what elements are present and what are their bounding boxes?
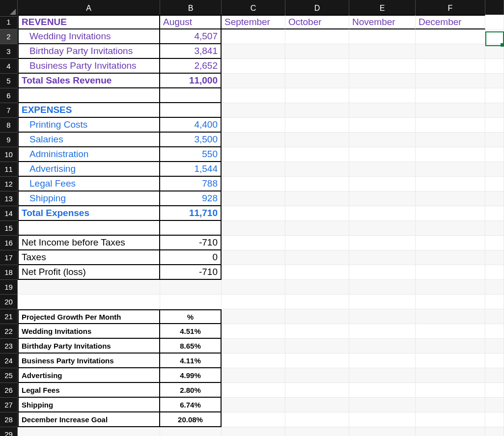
cell-D19[interactable] [285,280,349,295]
cell-G17[interactable] [485,250,504,265]
cell-B29[interactable] [160,427,222,436]
cell-F25[interactable] [416,368,485,383]
cell-C8[interactable] [222,118,285,133]
cell-E13[interactable] [349,191,416,206]
cell-C21[interactable] [222,309,285,324]
row-header-5[interactable]: 5 [0,74,18,88]
cell-B11[interactable]: 1,544 [160,162,222,177]
cell-A18[interactable]: Net Profit (loss) [18,265,160,280]
row-header-7[interactable]: 7 [0,103,18,118]
cell-C28[interactable] [222,412,285,427]
cell-C27[interactable] [222,398,285,412]
cell-A9[interactable]: Salaries [18,133,160,147]
cell-C16[interactable] [222,236,285,250]
cell-E22[interactable] [349,324,416,339]
row-header-22[interactable]: 22 [0,324,18,339]
cell-F7[interactable] [416,103,485,118]
cell-G11[interactable] [485,162,504,177]
cell-F1[interactable]: December [416,15,485,29]
cell-G29[interactable] [485,427,504,436]
cell-C14[interactable] [222,206,285,221]
row-header-8[interactable]: 8 [0,118,18,133]
cell-D22[interactable] [285,324,349,339]
cell-C3[interactable] [222,44,285,59]
cell-D14[interactable] [285,206,349,221]
cell-A17[interactable]: Taxes [18,250,160,265]
cell-C20[interactable] [222,295,285,309]
cell-F3[interactable] [416,44,485,59]
cell-E16[interactable] [349,236,416,250]
select-all-corner[interactable] [0,0,18,17]
cell-C17[interactable] [222,250,285,265]
cell-E9[interactable] [349,133,416,147]
cell-C19[interactable] [222,280,285,295]
cell-B25[interactable]: 4.99% [160,368,222,383]
cell-D8[interactable] [285,118,349,133]
spreadsheet-grid[interactable]: A B C D E F 1 REVENUE August September O… [0,0,504,436]
row-header-20[interactable]: 20 [0,295,18,309]
cell-D9[interactable] [285,133,349,147]
cell-E21[interactable] [349,309,416,324]
cell-A29[interactable] [18,427,160,436]
cell-G9[interactable] [485,133,504,147]
cell-F20[interactable] [416,295,485,309]
cell-D23[interactable] [285,339,349,354]
cell-F23[interactable] [416,339,485,354]
cell-B15[interactable] [160,221,222,236]
cell-F2[interactable] [416,29,485,44]
cell-E27[interactable] [349,398,416,412]
cell-G27[interactable] [485,398,504,412]
row-header-4[interactable]: 4 [0,59,18,74]
cell-G16[interactable] [485,236,504,250]
cell-C25[interactable] [222,368,285,383]
cell-A26[interactable]: Legal Fees [18,383,160,398]
row-header-25[interactable]: 25 [0,368,18,383]
cell-A5[interactable]: Total Sales Revenue [18,74,160,88]
row-header-19[interactable]: 19 [0,280,18,295]
row-header-16[interactable]: 16 [0,236,18,250]
cell-D7[interactable] [285,103,349,118]
cell-G21[interactable] [485,309,504,324]
cell-A28[interactable]: December Increase Goal [18,412,160,427]
cell-A19[interactable] [18,280,160,295]
row-header-28[interactable]: 28 [0,412,18,427]
cell-A2[interactable]: Wedding Invitations [18,29,160,44]
cell-B2[interactable]: 4,507 [160,29,222,44]
cell-E29[interactable] [349,427,416,436]
cell-E28[interactable] [349,412,416,427]
cell-B3[interactable]: 3,841 [160,44,222,59]
col-header-blank[interactable] [485,0,504,17]
cell-B19[interactable] [160,280,222,295]
cell-C11[interactable] [222,162,285,177]
cell-E5[interactable] [349,74,416,88]
cell-F22[interactable] [416,324,485,339]
cell-B14[interactable]: 11,710 [160,206,222,221]
cell-D3[interactable] [285,44,349,59]
cell-E23[interactable] [349,339,416,354]
cell-B26[interactable]: 2.80% [160,383,222,398]
cell-A4[interactable]: Business Party Invitations [18,59,160,74]
cell-C7[interactable] [222,103,285,118]
cell-G18[interactable] [485,265,504,280]
row-header-12[interactable]: 12 [0,177,18,191]
row-header-2[interactable]: 2 [0,29,18,44]
cell-G13[interactable] [485,191,504,206]
cell-E17[interactable] [349,250,416,265]
cell-E3[interactable] [349,44,416,59]
row-header-3[interactable]: 3 [0,44,18,59]
cell-C13[interactable] [222,191,285,206]
cell-D24[interactable] [285,354,349,368]
col-header-C[interactable]: C [222,0,285,17]
cell-C18[interactable] [222,265,285,280]
cell-F17[interactable] [416,250,485,265]
cell-B7[interactable] [160,103,222,118]
cell-E7[interactable] [349,103,416,118]
cell-C12[interactable] [222,177,285,191]
cell-G25[interactable] [485,368,504,383]
cell-E12[interactable] [349,177,416,191]
cell-G3[interactable] [485,44,504,59]
cell-C26[interactable] [222,383,285,398]
cell-G28[interactable] [485,412,504,427]
cell-C9[interactable] [222,133,285,147]
cell-E26[interactable] [349,383,416,398]
